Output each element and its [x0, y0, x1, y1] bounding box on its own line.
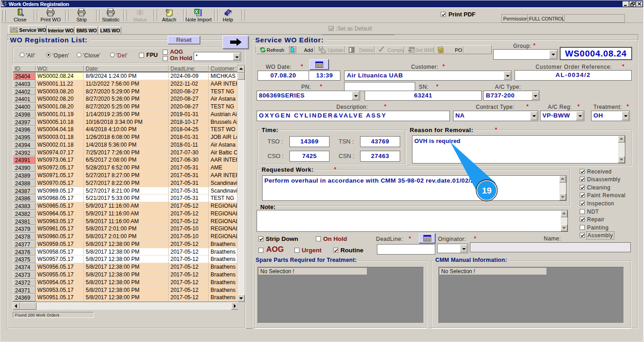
svg-text:19: 19: [482, 186, 491, 195]
